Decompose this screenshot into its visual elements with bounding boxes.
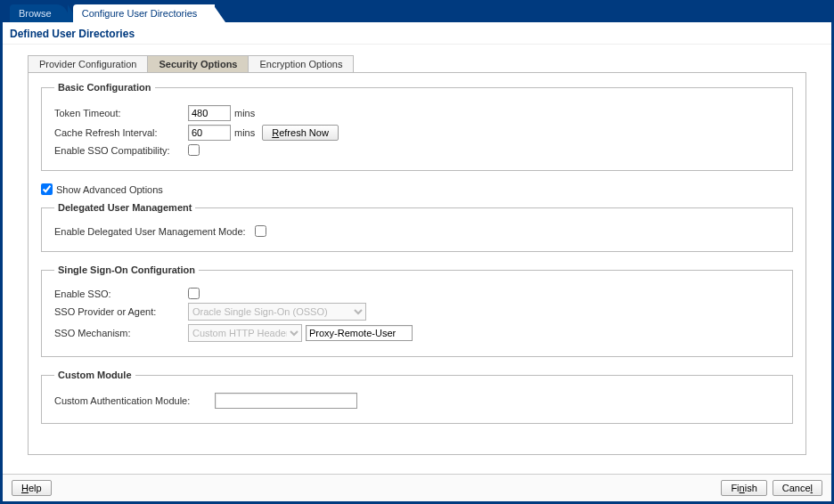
sso-configuration-fieldset: Single Sign-On Configuration Enable SSO:… <box>41 264 793 357</box>
sso-provider-label: SSO Provider or Agent: <box>54 306 188 317</box>
help-button[interactable]: Help <box>12 480 52 496</box>
custom-module-fieldset: Custom Module Custom Authentication Modu… <box>41 370 793 424</box>
custom-module-legend: Custom Module <box>54 370 135 380</box>
show-advanced-label: Show Advanced Options <box>56 184 163 195</box>
enable-sso-compat-checkbox[interactable] <box>188 144 200 156</box>
cache-refresh-label: Cache Refresh Interval: <box>54 127 188 138</box>
token-timeout-input[interactable] <box>188 105 231 121</box>
delegated-legend: Delegated User Management <box>54 202 195 213</box>
tab-encryption-label: Encryption Options <box>259 59 342 69</box>
sso-enable-label: Enable SSO: <box>54 289 188 299</box>
finish-button[interactable]: Finish <box>721 480 766 496</box>
tab-configure-user-directories[interactable]: Configure User Directories <box>73 4 216 22</box>
custom-module-input[interactable] <box>215 393 357 409</box>
tab-provider-label: Provider Configuration <box>39 59 136 69</box>
token-timeout-unit: mins <box>234 108 255 118</box>
delegated-enable-row: Enable Delegated User Management Mode: <box>54 225 780 237</box>
show-advanced-row: Show Advanced Options <box>41 183 793 195</box>
basic-configuration-legend: Basic Configuration <box>54 82 155 93</box>
sso-mechanism-row: SSO Mechanism: Custom HTTP Header <box>54 324 780 342</box>
top-tab-bar: Browse Configure User Directories <box>3 3 831 22</box>
cache-refresh-input[interactable] <box>188 125 231 141</box>
sso-enable-row: Enable SSO: <box>54 288 780 299</box>
custom-module-row: Custom Authentication Module: <box>54 393 780 409</box>
refresh-now-button[interactable]: Refresh Now <box>262 125 339 141</box>
enable-sso-compat-row: Enable SSO Compatibility: <box>54 144 780 156</box>
tab-configure-label: Configure User Directories <box>82 8 198 19</box>
delegated-enable-checkbox[interactable] <box>255 225 266 237</box>
content-area: Provider Configuration Security Options … <box>3 45 831 474</box>
sso-provider-row: SSO Provider or Agent: Oracle Single Sig… <box>54 303 780 321</box>
show-advanced-checkbox[interactable] <box>41 183 53 195</box>
tab-provider-configuration[interactable]: Provider Configuration <box>28 55 148 72</box>
token-timeout-label: Token Timeout: <box>54 108 188 118</box>
sso-mechanism-label: SSO Mechanism: <box>54 328 188 338</box>
sso-mechanism-select[interactable]: Custom HTTP Header <box>188 324 302 342</box>
bottom-bar: Help Finish Cancel <box>3 474 831 501</box>
refresh-now-rest: efresh Now <box>279 127 329 138</box>
cancel-button[interactable]: Cancel <box>773 480 822 496</box>
tab-browse-label: Browse <box>19 8 52 19</box>
app-window: Browse Configure User Directories Define… <box>0 0 834 504</box>
sso-provider-select[interactable]: Oracle Single Sign-On (OSSO) <box>188 303 366 321</box>
security-options-panel: Basic Configuration Token Timeout: mins … <box>28 73 806 455</box>
enable-sso-compat-label: Enable SSO Compatibility: <box>54 145 188 156</box>
sso-legend: Single Sign-On Configuration <box>54 264 199 275</box>
tab-encryption-options[interactable]: Encryption Options <box>248 55 354 72</box>
token-timeout-row: Token Timeout: mins <box>54 105 780 121</box>
sso-enable-checkbox[interactable] <box>188 288 200 299</box>
tab-security-label: Security Options <box>159 59 237 69</box>
basic-configuration-fieldset: Basic Configuration Token Timeout: mins … <box>41 82 793 171</box>
delegated-enable-label: Enable Delegated User Management Mode: <box>54 226 255 237</box>
tab-browse[interactable]: Browse <box>10 4 70 22</box>
custom-module-label: Custom Authentication Module: <box>54 395 215 406</box>
cache-refresh-unit: mins <box>234 127 255 138</box>
delegated-user-management-fieldset: Delegated User Management Enable Delegat… <box>41 202 793 252</box>
tab-security-options[interactable]: Security Options <box>147 55 249 72</box>
inner-tab-bar: Provider Configuration Security Options … <box>28 55 806 73</box>
sso-mechanism-input[interactable] <box>306 325 413 341</box>
page-title: Defined User Directories <box>3 22 831 45</box>
cache-refresh-row: Cache Refresh Interval: mins Refresh Now <box>54 125 780 141</box>
